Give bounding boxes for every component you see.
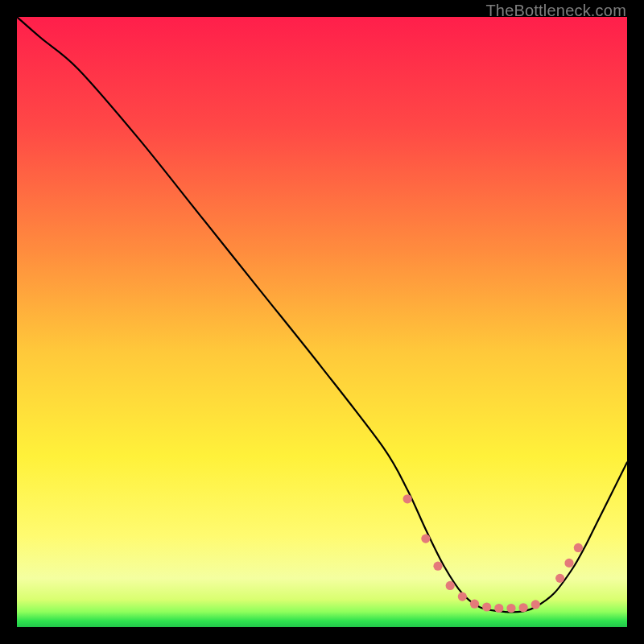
background-gradient (17, 17, 627, 627)
svg-rect-0 (17, 17, 627, 627)
chart-stage: TheBottleneck.com (0, 0, 644, 644)
plot-area (17, 17, 627, 627)
